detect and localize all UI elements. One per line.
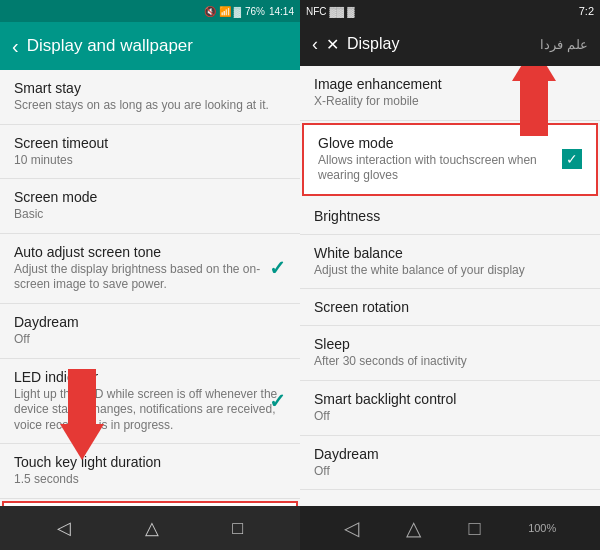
screen-mode-subtitle: Basic	[14, 207, 286, 223]
sleep-subtitle: After 30 seconds of inactivity	[314, 354, 586, 370]
left-home-nav[interactable]: △	[145, 517, 159, 539]
right-recents-nav[interactable]: □	[469, 517, 481, 540]
auto-adjust-item[interactable]: Auto adjust screen tone Adjust the displ…	[0, 234, 300, 304]
brightness-title: Brightness	[314, 208, 586, 224]
white-balance-title: White balance	[314, 245, 586, 261]
battery-percent: 100%	[528, 522, 556, 534]
daydream-left-title: Daydream	[14, 314, 286, 330]
right-home-nav[interactable]: △	[406, 516, 421, 540]
glove-mode-item[interactable]: Glove mode Allows interaction with touch…	[302, 123, 598, 196]
right-settings-list: Image enhancement X-Reality for mobile G…	[300, 66, 600, 506]
smart-stay-subtitle: Screen stays on as long as you are looki…	[14, 98, 286, 114]
signal-icon: ▓▓	[330, 6, 345, 17]
smart-stay-item[interactable]: Smart stay Screen stays on as long as yo…	[0, 70, 300, 125]
left-bottom-nav: ◁ △ □	[0, 506, 300, 550]
led-indicator-item[interactable]: LED indicator Light up the LED while scr…	[0, 359, 300, 445]
screen-timeout-item[interactable]: Screen timeout 10 minutes	[0, 125, 300, 180]
white-balance-item[interactable]: White balance Adjust the white balance o…	[300, 235, 600, 290]
left-panel: 🔇 📶 ▓ 76% 14:14 ‹ Display and wallpaper …	[0, 0, 300, 550]
screen-timeout-subtitle: 10 minutes	[14, 153, 286, 169]
left-back-nav[interactable]: ◁	[57, 517, 71, 539]
left-header: ‹ Display and wallpaper	[0, 22, 300, 70]
glove-mode-title: Glove mode	[318, 135, 582, 151]
touch-key-subtitle: 1.5 seconds	[14, 472, 286, 488]
daydream-left-item[interactable]: Daydream Off	[0, 304, 300, 359]
touch-key-item[interactable]: Touch key light duration 1.5 seconds	[0, 444, 300, 499]
right-panel-title: Display	[347, 35, 532, 53]
daydream-right-subtitle: Off	[314, 464, 586, 480]
left-status-bar: 🔇 📶 ▓ 76% 14:14	[0, 0, 300, 22]
left-recents-nav[interactable]: □	[232, 518, 243, 539]
right-back-nav[interactable]: ◁	[344, 516, 359, 540]
smart-backlight-title: Smart backlight control	[314, 391, 586, 407]
daydream-left-subtitle: Off	[14, 332, 286, 348]
smart-stay-title: Smart stay	[14, 80, 286, 96]
left-back-arrow[interactable]: ‹	[12, 35, 19, 58]
image-enhancement-subtitle: X-Reality for mobile	[314, 94, 586, 110]
left-status-icons: 🔇 📶 ▓	[204, 6, 241, 17]
touch-key-title: Touch key light duration	[14, 454, 286, 470]
led-indicator-subtitle: Light up the LED while screen is off whe…	[14, 387, 286, 434]
wrench-icon: ✕	[326, 35, 339, 54]
auto-adjust-title: Auto adjust screen tone	[14, 244, 286, 260]
led-indicator-check: ✓	[269, 389, 286, 413]
smart-backlight-item[interactable]: Smart backlight control Off	[300, 381, 600, 436]
brand-label: علم فردا	[540, 37, 588, 52]
right-status-bar: NFC ▓▓ ▓ 7:2	[300, 0, 600, 22]
right-time: 7:2	[579, 5, 594, 17]
right-status-icons: NFC ▓▓ ▓	[306, 6, 354, 17]
sleep-item[interactable]: Sleep After 30 seconds of inactivity	[300, 326, 600, 381]
battery-icon: ▓	[347, 6, 354, 17]
daydream-right-title: Daydream	[314, 446, 586, 462]
left-panel-title: Display and wallpaper	[27, 36, 193, 56]
right-panel: NFC ▓▓ ▓ 7:2 ‹ ✕ Display علم فردا Image …	[300, 0, 600, 550]
auto-adjust-subtitle: Adjust the display brightness based on t…	[14, 262, 286, 293]
left-time: 14:14	[269, 6, 294, 17]
white-balance-subtitle: Adjust the white balance of your display	[314, 263, 586, 279]
screen-rotation-title: Screen rotation	[314, 299, 586, 315]
screen-timeout-title: Screen timeout	[14, 135, 286, 151]
sleep-title: Sleep	[314, 336, 586, 352]
left-battery: 76%	[245, 6, 265, 17]
daydream-right-item[interactable]: Daydream Off	[300, 436, 600, 491]
screen-mode-title: Screen mode	[14, 189, 286, 205]
auto-adjust-check: ✓	[269, 256, 286, 280]
screen-rotation-item[interactable]: Screen rotation	[300, 289, 600, 326]
smart-backlight-subtitle: Off	[314, 409, 586, 425]
right-bottom-nav: ◁ △ □ 100%	[300, 506, 600, 550]
screen-mode-item[interactable]: Screen mode Basic	[0, 179, 300, 234]
left-settings-list: Smart stay Screen stays on as long as yo…	[0, 70, 300, 506]
image-enhancement-title: Image enhancement	[314, 76, 586, 92]
glove-mode-subtitle: Allows interaction with touchscreen when…	[318, 153, 582, 184]
touch-sensitivity-item[interactable]: Increase touch sensitivity Use your devi…	[2, 501, 298, 506]
nfc-icon: NFC	[306, 6, 327, 17]
image-enhancement-item[interactable]: Image enhancement X-Reality for mobile	[300, 66, 600, 121]
right-header: ‹ ✕ Display علم فردا	[300, 22, 600, 66]
glove-mode-toggle[interactable]: ✓	[562, 149, 582, 169]
right-back-arrow[interactable]: ‹	[312, 34, 318, 55]
brightness-item[interactable]: Brightness	[300, 198, 600, 235]
led-indicator-title: LED indicator	[14, 369, 286, 385]
